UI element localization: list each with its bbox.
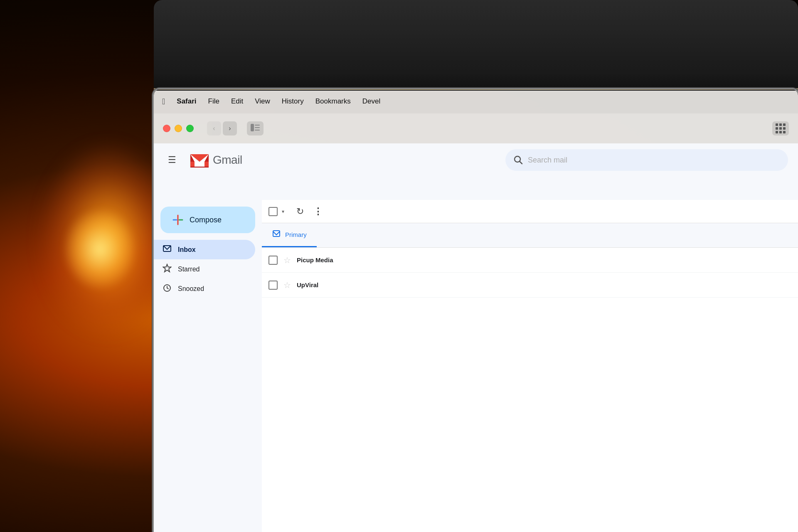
file-menu[interactable]: File	[208, 97, 219, 106]
refresh-icon: ↻	[296, 206, 304, 217]
bookmarks-menu[interactable]: Bookmarks	[315, 97, 351, 106]
develop-menu[interactable]: Devel	[362, 97, 380, 106]
apple-menu-icon[interactable]: 	[162, 97, 165, 106]
nav-buttons: ‹ ›	[207, 121, 237, 135]
more-icon: ⋮	[313, 206, 323, 217]
sidebar-item-starred[interactable]: Starred	[154, 259, 255, 279]
svg-rect-3	[255, 130, 260, 131]
fullscreen-window-button[interactable]	[186, 125, 194, 132]
star-button-1[interactable]: ☆	[283, 255, 291, 265]
chevron-left-icon: ‹	[213, 125, 215, 132]
sidebar-item-snoozed[interactable]: Snoozed	[154, 279, 255, 298]
gmail-sidebar: Compose Inbox Starred	[154, 200, 262, 532]
laptop-top-bezel	[154, 0, 798, 91]
minimize-window-button[interactable]	[175, 125, 182, 132]
gmail-toolbar: ▾ ↻ ⋮	[262, 200, 798, 223]
star-button-2[interactable]: ☆	[283, 280, 291, 290]
svg-line-21	[167, 288, 168, 289]
svg-line-12	[520, 162, 522, 164]
safari-menu[interactable]: Safari	[177, 97, 196, 106]
gmail-logo: Gmail	[189, 149, 242, 171]
svg-rect-1	[255, 125, 260, 126]
history-menu[interactable]: History	[282, 97, 304, 106]
tab-primary-label: Primary	[285, 231, 307, 238]
gmail-m-icon	[189, 149, 210, 171]
sidebar-toggle-button[interactable]	[247, 121, 264, 135]
svg-rect-9	[204, 162, 209, 167]
view-menu[interactable]: View	[255, 97, 270, 106]
close-window-button[interactable]	[163, 125, 170, 132]
bokeh-light-small	[62, 208, 137, 291]
email-checkbox-1[interactable]	[268, 256, 278, 265]
laptop-frame:  Safari File Edit View History Bookmark…	[154, 0, 798, 532]
traffic-lights	[163, 125, 194, 132]
edit-menu[interactable]: Edit	[231, 97, 243, 106]
select-all-checkbox[interactable]	[268, 207, 278, 216]
email-sender-2: UpViral	[297, 281, 380, 288]
extensions-button[interactable]	[772, 121, 789, 135]
gmail-tabs: Primary	[262, 223, 798, 248]
hamburger-button[interactable]: ☰	[164, 150, 180, 170]
chevron-right-icon: ›	[229, 125, 231, 132]
grid-icon	[776, 123, 786, 133]
mac-menubar:  Safari File Edit View History Bookmark…	[154, 89, 798, 113]
refresh-button[interactable]: ↻	[293, 204, 308, 219]
back-button[interactable]: ‹	[207, 121, 221, 135]
more-options-button[interactable]: ⋮	[311, 204, 326, 219]
svg-rect-22	[273, 231, 280, 236]
compose-button[interactable]: Compose	[160, 207, 255, 233]
search-area[interactable]: Search mail	[505, 149, 788, 171]
sidebar-toggle-icon	[251, 124, 260, 133]
sidebar-item-snoozed-label: Snoozed	[178, 285, 204, 293]
inbox-icon	[162, 244, 172, 255]
search-icon	[514, 155, 523, 165]
search-input[interactable]: Search mail	[528, 156, 780, 165]
email-sender-1: Picup Media	[297, 256, 380, 264]
tab-primary[interactable]: Primary	[262, 223, 317, 247]
gmail-header: ☰ Gmail	[154, 143, 798, 177]
svg-rect-10	[190, 167, 209, 167]
gmail-area: ☰ Gmail	[154, 143, 798, 532]
sidebar-item-inbox-label: Inbox	[178, 246, 196, 254]
inbox-tab-icon	[272, 229, 281, 240]
compose-label: Compose	[190, 216, 222, 224]
browser-chrome: ‹ ›	[154, 113, 798, 143]
email-checkbox-2[interactable]	[268, 281, 278, 290]
star-icon	[162, 264, 172, 275]
forward-button[interactable]: ›	[223, 121, 237, 135]
clock-icon	[162, 283, 172, 294]
hamburger-icon: ☰	[168, 155, 176, 165]
svg-rect-0	[251, 124, 254, 131]
compose-plus-icon	[172, 214, 184, 226]
table-row[interactable]: ☆ UpViral	[262, 273, 798, 298]
svg-marker-18	[163, 264, 171, 272]
sidebar-item-inbox[interactable]: Inbox	[154, 240, 255, 259]
email-list: ▾ ↻ ⋮ Primary	[262, 200, 798, 532]
svg-rect-8	[190, 162, 195, 167]
sidebar-item-starred-label: Starred	[178, 266, 200, 273]
gmail-wordmark: Gmail	[213, 153, 242, 167]
select-dropdown-chevron[interactable]: ▾	[282, 209, 284, 214]
table-row[interactable]: ☆ Picup Media	[262, 248, 798, 273]
svg-rect-2	[255, 127, 260, 128]
